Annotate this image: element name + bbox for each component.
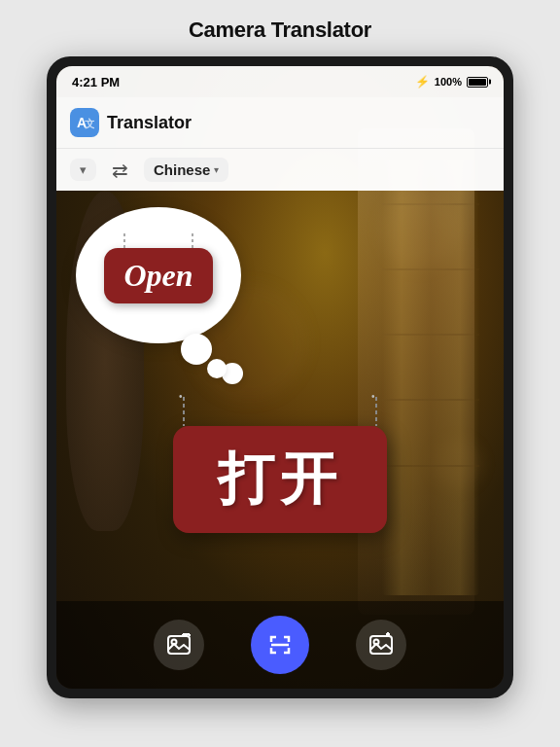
- source-language-selector[interactable]: ▾: [70, 159, 96, 181]
- tablet-screen: 4:21 PM ⚡ 100% A 文 Translator: [56, 66, 504, 689]
- gallery-plus-button[interactable]: [356, 620, 406, 670]
- bluetooth-icon: ⚡: [415, 75, 430, 89]
- chains-top: [183, 397, 377, 426]
- thought-bubble: Open: [76, 207, 241, 343]
- status-icons: ⚡ 100%: [415, 75, 488, 89]
- battery-percent: 100%: [435, 76, 462, 88]
- app-header: A 文 Translator: [56, 97, 504, 148]
- tablet-frame: 4:21 PM ⚡ 100% A 文 Translator: [47, 56, 513, 698]
- status-time: 4:21 PM: [72, 75, 120, 89]
- battery-icon: [467, 77, 488, 88]
- bubble-tail-circle-1: [181, 334, 212, 365]
- bubble-main: Open: [76, 207, 241, 343]
- target-lang-chevron-icon: ▾: [214, 164, 219, 175]
- svg-text:文: 文: [85, 118, 94, 129]
- chain-left-icon: [183, 397, 185, 426]
- chain-right-icon: [375, 397, 377, 426]
- source-lang-label: ▾: [80, 162, 87, 177]
- chinese-sign-text: 打开: [218, 442, 342, 517]
- scan-button[interactable]: [251, 616, 309, 674]
- gallery-button[interactable]: [154, 620, 204, 670]
- app-title: Translator: [107, 113, 490, 133]
- target-lang-label: Chinese: [154, 161, 210, 178]
- bubble-tail-circle-2: [207, 359, 227, 378]
- chinese-sign: 打开: [173, 426, 387, 533]
- status-bar: 4:21 PM ⚡ 100%: [56, 66, 504, 97]
- page-title: Camera Translator: [189, 18, 371, 43]
- open-sign: Open: [104, 248, 212, 303]
- lang-bar: ▾ ⇄ Chinese ▾: [56, 148, 504, 191]
- svg-rect-9: [370, 636, 392, 654]
- target-language-selector[interactable]: Chinese ▾: [144, 158, 228, 182]
- bottom-toolbar: [56, 601, 504, 689]
- svg-rect-2: [168, 636, 190, 654]
- chinese-sign-wrapper: 打开: [173, 397, 387, 533]
- open-sign-text: Open: [123, 258, 192, 293]
- translator-app-icon: A 文: [70, 108, 99, 137]
- swap-languages-button[interactable]: ⇄: [104, 155, 136, 186]
